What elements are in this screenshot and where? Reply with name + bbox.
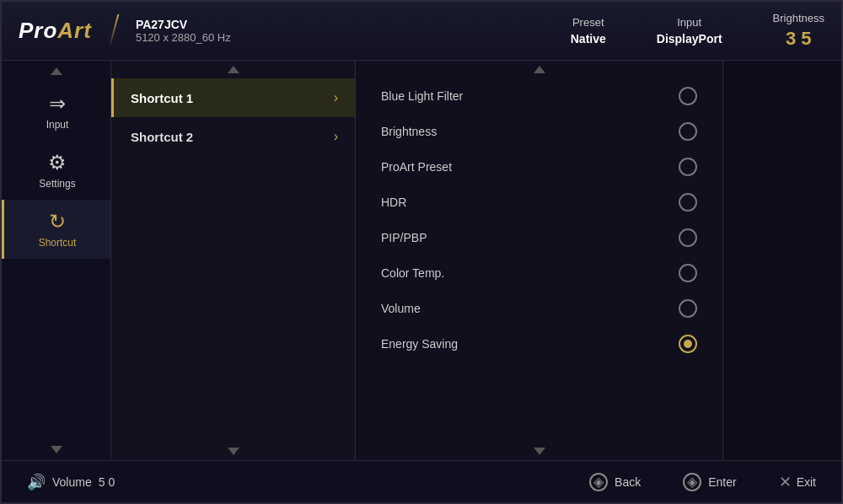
- menu-down-icon: [228, 448, 239, 455]
- footer-volume: 🔊 Volume 5 0: [27, 473, 115, 491]
- input-info: Input DisplayPort: [657, 16, 722, 46]
- menu-item-shortcut2[interactable]: Shortcut 2 ›: [111, 117, 355, 156]
- menu-scroll-up[interactable]: [111, 61, 355, 78]
- exit-nav-item[interactable]: ✕ Exit: [779, 473, 816, 491]
- energy-saving-radio[interactable]: [679, 335, 697, 353]
- sidebar-item-shortcut[interactable]: ↻ Shortcut: [2, 200, 110, 259]
- proart-preset-radio[interactable]: [679, 158, 697, 176]
- sidebar-scroll-up[interactable]: [2, 61, 110, 82]
- sidebar-settings-label: Settings: [39, 178, 75, 190]
- header: ProArt PA27JCV 5120 x 2880_60 Hz Preset …: [2, 2, 841, 61]
- enter-label: Enter: [708, 475, 736, 489]
- logo-art-text: Art: [57, 18, 92, 43]
- logo-area: ProArt PA27JCV 5120 x 2880_60 Hz: [19, 14, 231, 48]
- enter-icon: [683, 473, 701, 491]
- pip-pbp-radio[interactable]: [679, 228, 697, 247]
- option-hdr[interactable]: HDR: [356, 185, 722, 220]
- radio-selected-dot: [684, 340, 692, 348]
- scroll-down-icon: [51, 446, 62, 453]
- hdr-label: HDR: [381, 196, 406, 209]
- sidebar-item-input[interactable]: ⇒ Input: [2, 82, 110, 141]
- menu-item-shortcut1[interactable]: Shortcut 1 ›: [111, 78, 355, 117]
- shortcut2-label: Shortcut 2: [131, 130, 193, 144]
- brightness-option-label: Brightness: [381, 125, 437, 138]
- exit-label: Exit: [797, 475, 816, 489]
- volume-option-label: Volume: [381, 302, 421, 315]
- option-pip-pbp[interactable]: PIP/PBP: [356, 220, 722, 255]
- hdr-radio[interactable]: [679, 193, 697, 212]
- option-color-temp[interactable]: Color Temp.: [356, 255, 722, 291]
- back-nav-item[interactable]: Back: [589, 473, 641, 491]
- volume-footer-value: 5 0: [99, 475, 115, 489]
- header-right: Preset Native Input DisplayPort Brightne…: [571, 12, 824, 50]
- monitor-info: PA27JCV 5120 x 2880_60 Hz: [136, 18, 231, 44]
- sidebar-scroll-down[interactable]: [2, 439, 110, 460]
- menu-scroll-down[interactable]: [111, 442, 355, 460]
- sidebar-item-settings[interactable]: ⚙ Settings: [2, 141, 110, 200]
- input-label: Input: [677, 16, 701, 29]
- scroll-up-icon: [51, 67, 62, 75]
- main-content: ⇒ Input ⚙ Settings ↻ Shortcut Shortcut 1: [2, 61, 841, 460]
- volume-radio[interactable]: [679, 299, 697, 318]
- back-label: Back: [615, 475, 641, 489]
- options-scroll-up[interactable]: [356, 61, 722, 78]
- menu-panel: Shortcut 1 › Shortcut 2 ›: [111, 61, 356, 460]
- blue-light-filter-label: Blue Light Filter: [381, 89, 463, 103]
- option-blue-light-filter[interactable]: Blue Light Filter: [356, 78, 722, 114]
- sidebar-shortcut-label: Shortcut: [39, 237, 77, 249]
- proart-preset-label: ProArt Preset: [381, 160, 452, 174]
- preset-value: Native: [571, 32, 606, 46]
- menu-up-icon: [228, 66, 239, 73]
- options-up-icon: [534, 66, 545, 73]
- volume-icon: 🔊: [27, 473, 46, 491]
- shortcut1-label: Shortcut 1: [131, 91, 193, 105]
- monitor-model: PA27JCV: [136, 18, 231, 31]
- logo-pro-text: Pro: [19, 18, 57, 43]
- input-value: DisplayPort: [657, 32, 722, 46]
- pip-pbp-label: PIP/PBP: [381, 231, 427, 244]
- shortcut1-arrow: ›: [334, 90, 338, 105]
- shortcut-icon: ↻: [49, 210, 66, 233]
- option-proart-preset[interactable]: ProArt Preset: [356, 149, 722, 185]
- brightness-value: 3 5: [786, 28, 812, 50]
- shortcut2-arrow: ›: [334, 129, 338, 144]
- exit-icon: ✕: [779, 473, 792, 491]
- monitor-resolution: 5120 x 2880_60 Hz: [136, 31, 231, 44]
- enter-nav-item[interactable]: Enter: [683, 473, 736, 491]
- option-brightness[interactable]: Brightness: [356, 114, 722, 149]
- brand-logo: ProArt: [19, 18, 92, 44]
- blue-light-filter-radio[interactable]: [679, 87, 697, 105]
- color-temp-label: Color Temp.: [381, 266, 444, 280]
- options-down-icon: [534, 448, 545, 455]
- right-panel: [723, 61, 841, 460]
- preset-label: Preset: [572, 16, 604, 29]
- brightness-radio[interactable]: [679, 122, 697, 141]
- color-temp-radio[interactable]: [679, 264, 697, 282]
- volume-footer-label: Volume: [52, 475, 92, 489]
- options-scroll-down[interactable]: [356, 442, 722, 460]
- options-panel: Blue Light Filter Brightness ProArt Pres…: [356, 61, 723, 460]
- back-icon: [589, 473, 608, 491]
- sidebar-input-label: Input: [46, 119, 69, 131]
- footer: 🔊 Volume 5 0 Back Enter ✕ Exit: [2, 460, 841, 502]
- energy-saving-label: Energy Saving: [381, 337, 458, 351]
- brightness-label: Brightness: [773, 12, 824, 24]
- settings-icon: ⚙: [48, 151, 67, 174]
- input-icon: ⇒: [49, 92, 66, 115]
- option-energy-saving[interactable]: Energy Saving: [356, 326, 722, 362]
- sidebar: ⇒ Input ⚙ Settings ↻ Shortcut: [2, 61, 111, 460]
- brightness-info: Brightness 3 5: [773, 12, 824, 50]
- footer-nav: Back Enter ✕ Exit: [589, 473, 816, 491]
- preset-info: Preset Native: [571, 16, 606, 46]
- monitor-osd: ProArt PA27JCV 5120 x 2880_60 Hz Preset …: [0, 0, 843, 504]
- logo-divider: [109, 14, 120, 48]
- option-volume[interactable]: Volume: [356, 291, 722, 326]
